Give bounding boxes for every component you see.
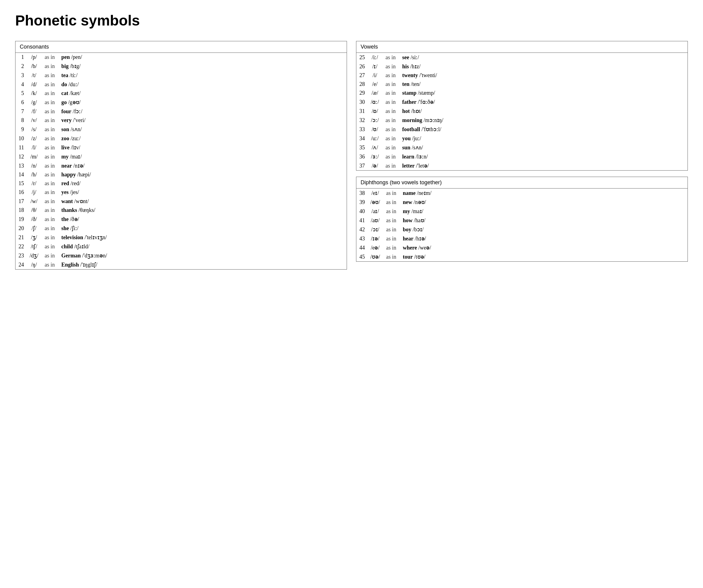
as-in-label: as in bbox=[383, 189, 400, 198]
table-row: 44 /eə/ as in where /weə/ bbox=[357, 243, 688, 252]
table-row: 16 /j/ as in yes /jes/ bbox=[15, 188, 346, 197]
table-row: 21 /ʒ/ as in television /'telɪvɪʒn/ bbox=[15, 233, 346, 242]
table-row: 8 /v/ as in very /'veri/ bbox=[15, 116, 346, 125]
phonetic-symbol: /z/ bbox=[26, 134, 42, 143]
table-row: 35 /ʌ/ as in sun /sʌn/ bbox=[357, 143, 688, 152]
example-word: how /haʊ/ bbox=[400, 216, 688, 225]
as-in-label: as in bbox=[382, 106, 399, 116]
phonetic-symbol: /v/ bbox=[26, 116, 42, 125]
as-in-label: as in bbox=[42, 62, 58, 71]
table-row: 36 /ɜː/ as in learn /lɜːn/ bbox=[357, 152, 688, 161]
phonetic-symbol: /ŋ/ bbox=[26, 260, 42, 269]
example-word: his /hɪz/ bbox=[399, 62, 688, 71]
as-in-label: as in bbox=[42, 242, 58, 251]
row-number: 15 bbox=[15, 179, 26, 188]
table-row: 29 /æ/ as in stamp /stæmp/ bbox=[357, 89, 688, 97]
phonetic-symbol: /b/ bbox=[26, 62, 42, 71]
row-number: 14 bbox=[15, 170, 26, 179]
phonetic-symbol: /æ/ bbox=[367, 89, 382, 97]
example-word: near /nɪə/ bbox=[58, 161, 346, 170]
phonetic-symbol: /m/ bbox=[26, 152, 42, 161]
phonetic-symbol: /ʌ/ bbox=[367, 143, 382, 152]
vowels-table-box: Vowels 25 /iː/ as in see /siː/ 26 /ɪ/ as… bbox=[356, 41, 688, 170]
as-in-label: as in bbox=[382, 125, 399, 134]
row-number: 21 bbox=[15, 233, 26, 242]
example-word: do /duː/ bbox=[58, 80, 346, 89]
example-word: happy /hæpi/ bbox=[58, 170, 346, 179]
table-row: 2 /b/ as in big /bɪg/ bbox=[15, 62, 346, 71]
example-word: German /'dʒɜːmən/ bbox=[58, 251, 346, 260]
table-row: 20 /ʃ/ as in she /ʃiː/ bbox=[15, 224, 346, 233]
diphthongs-table-box: Diphthongs (two vowels together) 38 /eɪ/… bbox=[356, 177, 688, 262]
as-in-label: as in bbox=[42, 71, 58, 80]
phonetic-symbol: /j/ bbox=[26, 188, 42, 197]
table-row: 4 /d/ as in do /duː/ bbox=[15, 80, 346, 89]
example-word: cat /kæt/ bbox=[58, 89, 346, 98]
row-number: 41 bbox=[357, 216, 367, 225]
table-row: 32 /ɔː/ as in morning /mɔːnɪŋ/ bbox=[357, 116, 688, 125]
vowels-header: Vowels bbox=[357, 41, 688, 53]
consonants-panel: Consonants 1 /p/ as in pen /pen/ 2 /b/ a… bbox=[15, 41, 347, 270]
example-word: red /red/ bbox=[58, 179, 346, 188]
table-row: 27 /i/ as in twenty /'twenti/ bbox=[357, 71, 688, 80]
row-number: 40 bbox=[357, 207, 367, 216]
phonetic-symbol: /əʊ/ bbox=[367, 198, 383, 207]
example-word: boy /bɔɪ/ bbox=[400, 225, 688, 234]
table-row: 25 /iː/ as in see /siː/ bbox=[357, 53, 688, 62]
phonetic-symbol: /eɪ/ bbox=[367, 189, 383, 198]
main-layout: Consonants 1 /p/ as in pen /pen/ 2 /b/ a… bbox=[15, 41, 688, 270]
table-row: 22 /tʃ/ as in child /tʃaɪld/ bbox=[15, 242, 346, 251]
table-row: 41 /aʊ/ as in how /haʊ/ bbox=[357, 216, 688, 225]
phonetic-symbol: /ɑː/ bbox=[367, 97, 382, 106]
as-in-label: as in bbox=[382, 89, 399, 97]
table-row: 28 /e/ as in ten /ten/ bbox=[357, 80, 688, 89]
as-in-label: as in bbox=[42, 152, 58, 161]
row-number: 12 bbox=[15, 152, 26, 161]
example-word: twenty /'twenti/ bbox=[399, 71, 688, 80]
as-in-label: as in bbox=[383, 225, 400, 234]
phonetic-symbol: /eə/ bbox=[367, 243, 383, 252]
row-number: 13 bbox=[15, 161, 26, 170]
table-row: 15 /r/ as in red /red/ bbox=[15, 179, 346, 188]
example-word: football /'fʊtbɔːl/ bbox=[399, 125, 688, 134]
table-row: 45 /ʊə/ as in tour /tʊə/ bbox=[357, 252, 688, 262]
as-in-label: as in bbox=[383, 216, 400, 225]
example-word: hear /hɪə/ bbox=[400, 234, 688, 243]
phonetic-symbol: /s/ bbox=[26, 125, 42, 134]
phonetic-symbol: /d/ bbox=[26, 80, 42, 89]
phonetic-symbol: /g/ bbox=[26, 98, 42, 107]
row-number: 10 bbox=[15, 134, 26, 143]
example-word: big /bɪg/ bbox=[58, 62, 346, 71]
example-word: live /lɪv/ bbox=[58, 143, 346, 152]
row-number: 6 bbox=[15, 98, 26, 107]
row-number: 9 bbox=[15, 125, 26, 134]
example-word: son /sʌn/ bbox=[58, 125, 346, 134]
as-in-label: as in bbox=[382, 62, 399, 71]
phonetic-symbol: /t/ bbox=[26, 71, 42, 80]
phonetic-symbol: /l/ bbox=[26, 143, 42, 152]
example-word: learn /lɜːn/ bbox=[399, 152, 688, 161]
phonetic-symbol: /ð/ bbox=[26, 215, 42, 224]
table-row: 43 /ɪə/ as in hear /hɪə/ bbox=[357, 234, 688, 243]
phonetic-symbol: /ɪ/ bbox=[367, 62, 382, 71]
as-in-label: as in bbox=[42, 206, 58, 215]
as-in-label: as in bbox=[42, 125, 58, 134]
table-row: 34 /uː/ as in you /juː/ bbox=[357, 134, 688, 143]
example-word: tea /tiː/ bbox=[58, 71, 346, 80]
as-in-label: as in bbox=[382, 152, 399, 161]
as-in-label: as in bbox=[383, 234, 400, 243]
as-in-label: as in bbox=[42, 188, 58, 197]
example-word: zoo /zuː/ bbox=[58, 134, 346, 143]
table-row: 30 /ɑː/ as in father /'fɑːðə/ bbox=[357, 97, 688, 106]
row-number: 16 bbox=[15, 188, 26, 197]
example-word: name /neɪm/ bbox=[400, 189, 688, 198]
example-word: you /juː/ bbox=[399, 134, 688, 143]
row-number: 29 bbox=[357, 89, 367, 97]
as-in-label: as in bbox=[383, 252, 400, 262]
example-word: want /wɒnt/ bbox=[58, 197, 346, 206]
right-panel: Vowels 25 /iː/ as in see /siː/ 26 /ɪ/ as… bbox=[356, 41, 688, 262]
as-in-label: as in bbox=[42, 233, 58, 242]
consonants-table: 1 /p/ as in pen /pen/ 2 /b/ as in big /b… bbox=[15, 53, 346, 269]
example-word: my /maɪ/ bbox=[400, 207, 688, 216]
phonetic-symbol: /n/ bbox=[26, 161, 42, 170]
